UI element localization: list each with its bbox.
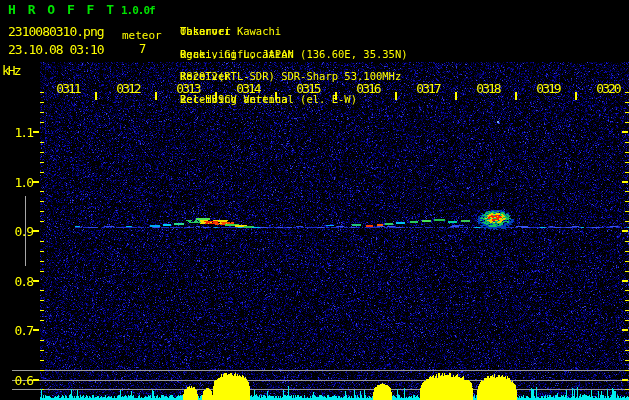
hrofft-screen: H R O F F T 1.0.0f 2310080310.png meteor…	[0, 0, 629, 400]
frequency-unit-label: kHz	[2, 63, 19, 78]
station-info: Observer:Takanori Kawachi Receiving Loca…	[180, 3, 205, 117]
freq-tick-label: 0.8	[6, 274, 32, 289]
meteor-count-value: 7	[139, 42, 146, 56]
time-tick-label: 0311	[53, 81, 83, 96]
freq-tick-label: 0.6	[6, 373, 32, 388]
app-version-label: 1.0.0f	[121, 4, 155, 17]
time-tick-label: 0314	[233, 81, 263, 96]
capture-datetime-label: 23.10.08 03:10	[8, 42, 104, 57]
time-tick-label: 0318	[473, 81, 503, 96]
time-tick-label: 0319	[533, 81, 563, 96]
station-value: 2el-HB9CV Vertical (el. E-W)	[180, 94, 357, 105]
time-tick-label: 0316	[353, 81, 383, 96]
station-value: Ogaki, Gifu, JAPAN (136.60E, 35.35N)	[180, 49, 408, 60]
capture-filename-label: 2310080310.png	[8, 24, 104, 39]
meteor-count-title: meteor	[122, 29, 162, 42]
freq-tick-label: 1.1	[6, 125, 32, 140]
time-tick-label: 0320	[593, 81, 623, 96]
time-tick-label: 0313	[173, 81, 203, 96]
time-tick-label: 0317	[413, 81, 443, 96]
freq-tick-label: 0.9	[6, 224, 32, 239]
station-value: Takanori Kawachi	[180, 26, 281, 37]
freq-tick-label: 1.0	[6, 175, 32, 190]
app-title: H R O F F T	[8, 2, 116, 17]
time-tick-label: 0312	[113, 81, 143, 96]
freq-tick-label: 0.7	[6, 323, 32, 338]
time-tick-label: 0315	[293, 81, 323, 96]
